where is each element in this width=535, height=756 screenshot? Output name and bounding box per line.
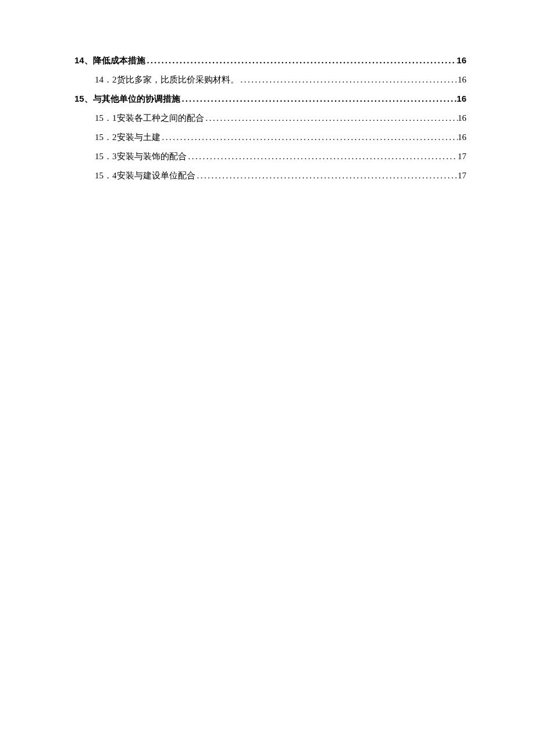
toc-entry-15: 15、 与其他单位的协调措施 16 bbox=[74, 94, 466, 105]
toc-dots bbox=[239, 75, 458, 85]
toc-page: 17 bbox=[458, 171, 466, 181]
toc-entry-15-4: 15．4 安装与建设单位配合 17 bbox=[74, 170, 466, 181]
toc-title: 安装与建设单位配合 bbox=[117, 170, 195, 181]
toc-entry-15-2: 15．2 安装与土建 16 bbox=[74, 132, 466, 143]
toc-number: 14、 bbox=[74, 55, 93, 66]
toc-page: 16 bbox=[458, 75, 466, 85]
toc-number: 15．3 bbox=[95, 151, 117, 162]
toc-container: 14、 降低成本措施 16 14．2 货比多家，比质比价采购材料。 16 15、… bbox=[74, 55, 466, 181]
toc-dots bbox=[145, 56, 457, 66]
toc-entry-15-3: 15．3 安装与装饰的配合 17 bbox=[74, 151, 466, 162]
toc-entry-14-2: 14．2 货比多家，比质比价采购材料。 16 bbox=[74, 74, 466, 85]
toc-dots bbox=[180, 94, 457, 104]
toc-title: 降低成本措施 bbox=[93, 55, 145, 66]
toc-dots bbox=[204, 113, 458, 123]
toc-title: 与其他单位的协调措施 bbox=[93, 94, 180, 105]
toc-title: 安装与土建 bbox=[117, 132, 160, 143]
toc-number: 15．4 bbox=[95, 170, 117, 181]
toc-title: 安装各工种之间的配合 bbox=[117, 113, 204, 124]
toc-page: 16 bbox=[458, 113, 466, 123]
toc-dots bbox=[195, 171, 458, 181]
toc-title: 安装与装饰的配合 bbox=[117, 151, 187, 162]
toc-page: 17 bbox=[458, 152, 466, 162]
toc-page: 16 bbox=[458, 132, 466, 142]
toc-number: 15、 bbox=[74, 94, 93, 105]
toc-entry-14: 14、 降低成本措施 16 bbox=[74, 55, 466, 66]
toc-dots bbox=[160, 132, 458, 142]
toc-number: 15．2 bbox=[95, 132, 117, 143]
toc-page: 16 bbox=[456, 55, 466, 65]
toc-dots bbox=[187, 152, 458, 162]
toc-entry-15-1: 15．1 安装各工种之间的配合 16 bbox=[74, 113, 466, 124]
toc-number: 15．1 bbox=[95, 113, 117, 124]
toc-number: 14．2 bbox=[95, 74, 117, 85]
toc-title: 货比多家，比质比价采购材料。 bbox=[117, 74, 239, 85]
toc-page: 16 bbox=[456, 94, 466, 103]
